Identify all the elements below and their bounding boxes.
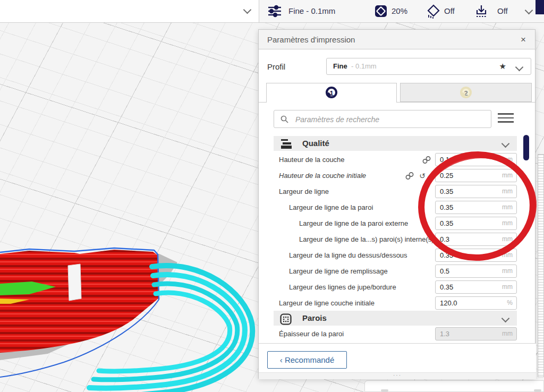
setting-value-field[interactable]: 0.5 mm	[435, 265, 517, 278]
panel-title: Paramètres d'impression	[267, 30, 355, 49]
setting-label: Largeur des lignes de jupe/bordure	[289, 279, 396, 295]
settings-menu-icon[interactable]	[498, 113, 514, 125]
setting-value: 0.35	[440, 201, 453, 214]
support-icon	[427, 4, 440, 27]
infill-value-label: 20%	[392, 0, 407, 22]
infill-icon	[375, 5, 387, 27]
profile-name: Fine	[333, 58, 347, 74]
setting-value: 0.3	[440, 233, 449, 245]
section-title: Qualité	[302, 136, 329, 151]
profile-detail: - 0.1mm	[351, 58, 377, 74]
layer-slider[interactable]	[538, 154, 544, 377]
setting-value: 120.0	[440, 297, 457, 309]
extruder-number: 2	[464, 89, 468, 97]
setting-value-field[interactable]: 0.35 mm	[435, 280, 517, 294]
setting-unit: mm	[502, 281, 513, 293]
setting-label: Hauteur de la couche initiale	[279, 168, 366, 184]
setting-unit: mm	[502, 233, 513, 245]
setting-value: 1.3	[440, 328, 449, 340]
setting-row[interactable]: Hauteur de la couche initiale ↺ 0.25 mm	[274, 168, 517, 184]
setting-label: Largeur de ligne de la...s) paroi(s) int…	[299, 232, 434, 248]
chevron-down-icon	[502, 314, 510, 323]
panel-resize-handle[interactable]: ···	[259, 372, 536, 379]
section-title: Parois	[302, 311, 327, 326]
corner-button-fragment[interactable]	[536, 0, 544, 14]
profile-label: Profil	[267, 59, 285, 75]
panel-header[interactable]: Paramètres d'impression ×	[259, 30, 535, 49]
setting-value-field[interactable]: 120.0 %	[435, 296, 517, 310]
setting-unit: %	[507, 297, 513, 309]
setting-row[interactable]: Largeur de ligne 0.35 mm	[274, 184, 517, 200]
setting-unit: mm	[502, 217, 513, 229]
tab-extruder-2[interactable]: 2	[400, 83, 532, 102]
bottom-info-panel-fragment	[364, 380, 544, 392]
setting-label: Largeur de ligne de remplissage	[289, 263, 388, 279]
setting-value: 0.25	[440, 169, 453, 182]
setting-unit: mm	[502, 169, 513, 182]
profile-summary-label: Fine - 0.1mm	[288, 0, 335, 22]
setting-row[interactable]: Largeur de ligne couche initiale 120.0 %	[274, 295, 517, 311]
cura-app-window: { "toolbar": { "profile_summary": "Fine …	[0, 0, 544, 392]
setting-unit: mm	[502, 185, 513, 198]
chevron-down-icon	[502, 140, 510, 148]
revert-icon[interactable]: ↺	[419, 172, 428, 180]
extruder-1-icon: 1	[326, 87, 337, 98]
setting-row[interactable]: Largeur des lignes de jupe/bordure 0.35 …	[274, 279, 517, 295]
setting-row[interactable]: Largeur de ligne de la paroi externe 0.3…	[274, 216, 517, 232]
setting-value-field[interactable]: 0.1 mm	[435, 153, 517, 166]
link-icon[interactable]	[405, 172, 414, 180]
setting-value: 0.5	[440, 265, 449, 277]
setting-label: Épaisseur de la paroi	[279, 326, 344, 342]
stage-collapse-chevron-icon[interactable]	[243, 6, 252, 14]
adhesion-value-label: Off	[497, 0, 508, 22]
tab-extruder-1[interactable]: 1	[266, 83, 397, 103]
setting-label: Largeur de la ligne du dessus/dessous	[289, 248, 407, 263]
setting-value-field[interactable]: 0.25 mm	[435, 169, 517, 182]
settings-scrollbar[interactable]	[523, 135, 529, 160]
back-chevron-icon: ‹	[280, 355, 283, 364]
search-icon	[280, 115, 290, 124]
setting-value: 0.35	[440, 185, 453, 198]
setting-row[interactable]: Largeur de ligne de la...s) paroi(s) int…	[274, 232, 517, 248]
setting-unit: mm	[502, 265, 513, 277]
setting-value-field[interactable]: 0.35 mm	[435, 201, 517, 214]
recommended-mode-button[interactable]: ‹ Recommandé	[267, 351, 347, 369]
setting-row[interactable]: Largeur de ligne de la paroi 0.35 mm	[274, 200, 517, 216]
setting-row[interactable]: Largeur de ligne de remplissage 0.5 mm	[274, 263, 517, 279]
profile-dropdown[interactable]: Fine - 0.1mm ★	[326, 58, 531, 75]
adhesion-icon	[475, 4, 488, 27]
extruder-2-icon: 2	[460, 87, 472, 98]
setting-value-field[interactable]: 0.3 mm	[435, 233, 517, 246]
setting-value: 0.35	[440, 249, 453, 261]
panel-footer: ‹ Recommandé	[259, 343, 536, 372]
sliders-icon	[267, 4, 282, 27]
setting-value-field-disabled: 1.3 mm	[435, 327, 517, 340]
setting-label: Largeur de ligne	[279, 184, 329, 200]
setting-value-field[interactable]: 0.35 mm	[435, 249, 517, 262]
toolbar-expand-chevron-icon[interactable]	[525, 6, 533, 15]
setting-row[interactable]: Épaisseur de la paroi 1.3 mm	[274, 326, 517, 342]
close-icon[interactable]: ×	[517, 30, 530, 49]
setting-row[interactable]: Hauteur de la couche 0.1 mm	[274, 152, 517, 168]
extruder-number: 1	[329, 89, 333, 97]
link-icon[interactable]	[422, 156, 431, 164]
setting-value-field[interactable]: 0.35 mm	[435, 217, 517, 230]
setting-value: 0.35	[440, 217, 453, 229]
search-input[interactable]	[294, 112, 488, 127]
setting-unit: mm	[502, 154, 513, 166]
section-quality[interactable]: Qualité	[274, 136, 517, 151]
star-icon[interactable]: ★	[499, 58, 506, 74]
setting-label: Largeur de ligne de la paroi externe	[299, 216, 408, 232]
print-settings-summary-bar[interactable]: Fine - 0.1mm 20% Off	[259, 0, 544, 22]
section-walls[interactable]: Parois	[274, 311, 517, 326]
walls-icon	[280, 313, 292, 325]
setting-value: 0.1	[440, 154, 449, 166]
setting-unit: mm	[502, 249, 513, 261]
setting-row[interactable]: Largeur de la ligne du dessus/dessous 0.…	[274, 248, 517, 263]
search-box[interactable]	[274, 110, 491, 128]
setting-unit: mm	[502, 201, 513, 214]
setting-label: Largeur de ligne couche initiale	[279, 295, 375, 311]
setting-value-field[interactable]: 0.35 mm	[435, 185, 517, 198]
top-toolbar: Fine - 0.1mm 20% Off	[0, 0, 544, 23]
model-notch	[68, 264, 81, 301]
